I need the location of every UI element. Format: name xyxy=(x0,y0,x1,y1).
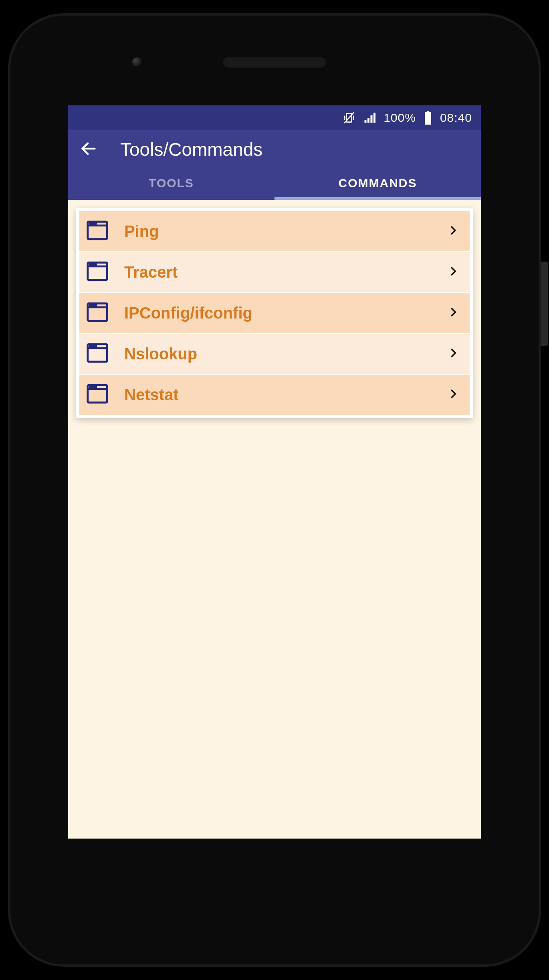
chevron-right-icon xyxy=(447,265,459,279)
terminal-icon xyxy=(86,260,109,284)
list-item-label: IPConfig/ifconfig xyxy=(124,304,447,322)
battery-percent: 100% xyxy=(383,111,416,125)
app-bar: Tools/Commands xyxy=(68,130,481,169)
list-item-label: Netstat xyxy=(124,386,447,404)
svg-point-20 xyxy=(95,264,96,265)
tab-label: COMMANDS xyxy=(339,176,417,190)
list-item-netstat[interactable]: Netstat xyxy=(79,375,470,415)
svg-point-35 xyxy=(95,386,96,387)
terminal-icon xyxy=(86,300,109,325)
phone-frame: 100% 08:40 Tools/Commands TOOLS xyxy=(8,13,541,967)
camera-dot xyxy=(132,57,142,67)
terminal-icon xyxy=(86,341,109,366)
svg-point-14 xyxy=(92,223,93,224)
list-item-ping[interactable]: Ping xyxy=(79,211,470,251)
status-bar: 100% 08:40 xyxy=(68,105,481,130)
list-item-label: Ping xyxy=(124,222,447,240)
svg-point-23 xyxy=(90,304,91,306)
command-list: Ping Tracert xyxy=(76,208,473,418)
svg-rect-8 xyxy=(427,111,429,112)
chevron-right-icon xyxy=(447,347,459,361)
chevron-right-icon xyxy=(447,224,459,238)
svg-rect-4 xyxy=(365,120,367,123)
svg-point-25 xyxy=(95,304,96,306)
tab-bar: TOOLS COMMANDS xyxy=(68,169,481,200)
screen: 100% 08:40 Tools/Commands TOOLS xyxy=(68,105,481,839)
signal-icon xyxy=(363,112,375,124)
tab-tools[interactable]: TOOLS xyxy=(68,169,274,200)
svg-rect-9 xyxy=(425,112,431,125)
svg-point-29 xyxy=(92,345,93,347)
terminal-icon xyxy=(86,219,109,244)
svg-point-19 xyxy=(92,264,93,265)
svg-rect-6 xyxy=(371,115,373,123)
vibrate-icon xyxy=(343,111,355,124)
svg-point-18 xyxy=(90,264,91,265)
svg-rect-7 xyxy=(373,113,375,123)
tab-commands[interactable]: COMMANDS xyxy=(274,169,481,200)
svg-point-15 xyxy=(95,223,96,224)
content-area: Ping Tracert xyxy=(68,200,481,418)
svg-point-24 xyxy=(92,304,93,306)
list-item-nslookup[interactable]: Nslookup xyxy=(79,334,470,374)
terminal-icon xyxy=(86,382,109,407)
tab-label: TOOLS xyxy=(149,176,194,190)
list-item-tracert[interactable]: Tracert xyxy=(79,252,470,292)
back-button[interactable] xyxy=(79,139,98,159)
svg-point-34 xyxy=(92,386,93,387)
svg-rect-5 xyxy=(367,118,369,123)
chevron-right-icon xyxy=(447,388,459,401)
chevron-right-icon xyxy=(447,306,459,320)
svg-point-30 xyxy=(95,345,96,347)
list-item-ipconfig[interactable]: IPConfig/ifconfig xyxy=(79,293,470,333)
svg-point-13 xyxy=(90,223,91,224)
speaker-grill xyxy=(222,56,327,68)
battery-icon xyxy=(424,111,432,125)
clock: 08:40 xyxy=(440,111,472,125)
list-item-label: Nslookup xyxy=(124,345,447,363)
power-button xyxy=(541,262,548,346)
svg-point-33 xyxy=(90,386,91,387)
svg-point-28 xyxy=(90,345,91,347)
list-item-label: Tracert xyxy=(124,263,447,281)
page-title: Tools/Commands xyxy=(120,139,262,160)
